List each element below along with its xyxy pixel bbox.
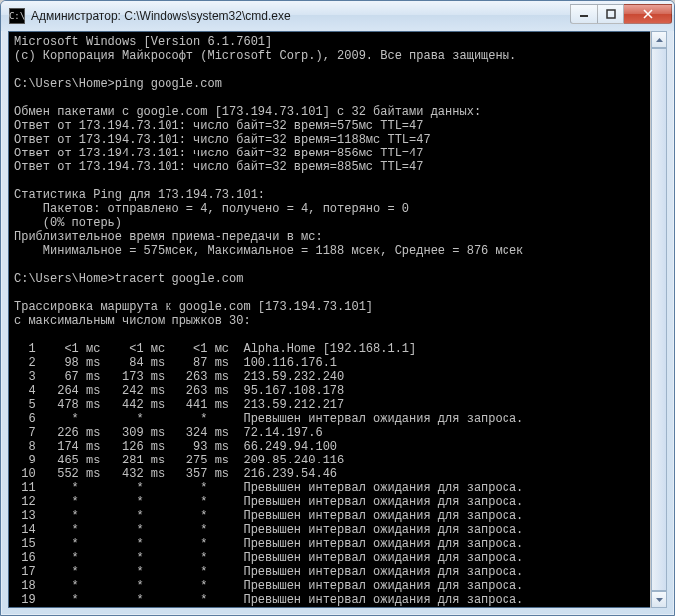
output-line: 8 174 ms 126 ms 93 ms 66.249.94.100	[14, 440, 337, 454]
window-controls	[570, 4, 672, 24]
prompt: C:\Users\Home>	[14, 77, 115, 91]
command-text: tracert google.com	[115, 272, 244, 286]
titlebar[interactable]: C:\ Администратор: C:\Windows\system32\c…	[1, 1, 674, 31]
cmd-icon: C:\	[9, 8, 25, 24]
output-line: 12 * * * Превышен интервал ожидания для …	[14, 495, 523, 509]
output-line: Приблизительное время приема-передачи в …	[14, 230, 323, 244]
chevron-up-icon	[656, 38, 663, 42]
output-line: 9 465 ms 281 ms 275 ms 209.85.240.116	[14, 454, 344, 467]
output-line: 7 226 ms 309 ms 324 ms 72.14.197.6	[14, 426, 323, 440]
cmd-window: C:\ Администратор: C:\Windows\system32\c…	[0, 0, 675, 616]
output-line: Ответ от 173.194.73.101: число байт=32 в…	[14, 133, 431, 147]
svg-rect-1	[607, 10, 615, 18]
output-line: Ответ от 173.194.73.101: число байт=32 в…	[14, 160, 423, 174]
output-line: 13 * * * Превышен интервал ожидания для …	[14, 509, 523, 523]
output-line: 3 67 ms 173 ms 263 ms 213.59.232.240	[14, 370, 344, 384]
minimize-icon	[579, 9, 589, 19]
output-line: 1 <1 мс <1 мс <1 мс Alpha.Home [192.168.…	[14, 342, 416, 356]
output-line: Статистика Ping для 173.194.73.101:	[14, 188, 265, 202]
command-text: ping google.com	[115, 77, 222, 91]
prompt: C:\Users\Home>	[14, 272, 115, 286]
close-icon	[643, 9, 653, 19]
scroll-thumb[interactable]	[651, 48, 667, 591]
scroll-up-button[interactable]	[651, 31, 667, 48]
output-line: 19 * * * Превышен интервал ожидания для …	[14, 593, 523, 607]
scroll-down-button[interactable]	[651, 591, 667, 608]
output-line: с максимальным числом прыжков 30:	[14, 314, 251, 328]
output-line: Ответ от 173.194.73.101: число байт=32 в…	[14, 147, 423, 160]
output-line: 16 * * * Превышен интервал ожидания для …	[14, 551, 523, 565]
output-line: Microsoft Windows [Version 6.1.7601]	[14, 35, 272, 49]
output-line: 14 * * * Превышен интервал ожидания для …	[14, 523, 523, 537]
output-line: (0% потерь)	[14, 216, 122, 230]
terminal-output: Microsoft Windows [Version 6.1.7601] (c)…	[14, 35, 661, 608]
minimize-button[interactable]	[570, 4, 598, 24]
output-line: 17 * * * Превышен интервал ожидания для …	[14, 565, 523, 579]
output-line: Ответ от 173.194.73.101: число байт=32 в…	[14, 119, 423, 133]
output-line: 5 478 ms 442 ms 441 ms 213.59.212.217	[14, 398, 344, 412]
output-line: Пакетов: отправлено = 4, получено = 4, п…	[14, 202, 409, 216]
svg-rect-0	[580, 15, 588, 17]
output-line: 2 98 ms 84 ms 87 ms 100.116.176.1	[14, 356, 337, 370]
output-line: 18 * * * Превышен интервал ожидания для …	[14, 579, 523, 593]
output-line: 20 * * * Превышен интервал ожидания для …	[14, 607, 523, 608]
output-line: 11 * * * Превышен интервал ожидания для …	[14, 481, 523, 495]
output-line: Обмен пакетами с google.com [173.194.73.…	[14, 105, 481, 119]
output-line: 6 * * * Превышен интервал ожидания для з…	[14, 412, 523, 426]
output-line: Трассировка маршрута к google.com [173.1…	[14, 300, 373, 314]
output-line: Минимальное = 575мсек, Максимальное = 11…	[14, 244, 523, 258]
maximize-icon	[606, 9, 616, 19]
output-line: 15 * * * Превышен интервал ожидания для …	[14, 537, 523, 551]
vertical-scrollbar[interactable]	[650, 31, 667, 608]
maximize-button[interactable]	[598, 4, 624, 24]
terminal-viewport[interactable]: Microsoft Windows [Version 6.1.7601] (c)…	[8, 31, 667, 608]
output-line: (c) Корпорация Майкрософт (Microsoft Cor…	[14, 49, 516, 63]
window-title: Администратор: C:\Windows\system32\cmd.e…	[31, 9, 291, 23]
chevron-down-icon	[656, 598, 663, 602]
output-line: 4 264 ms 242 ms 263 ms 95.167.108.178	[14, 384, 344, 398]
output-line: 10 552 ms 432 ms 357 ms 216.239.54.46	[14, 467, 337, 481]
close-button[interactable]	[624, 4, 672, 24]
